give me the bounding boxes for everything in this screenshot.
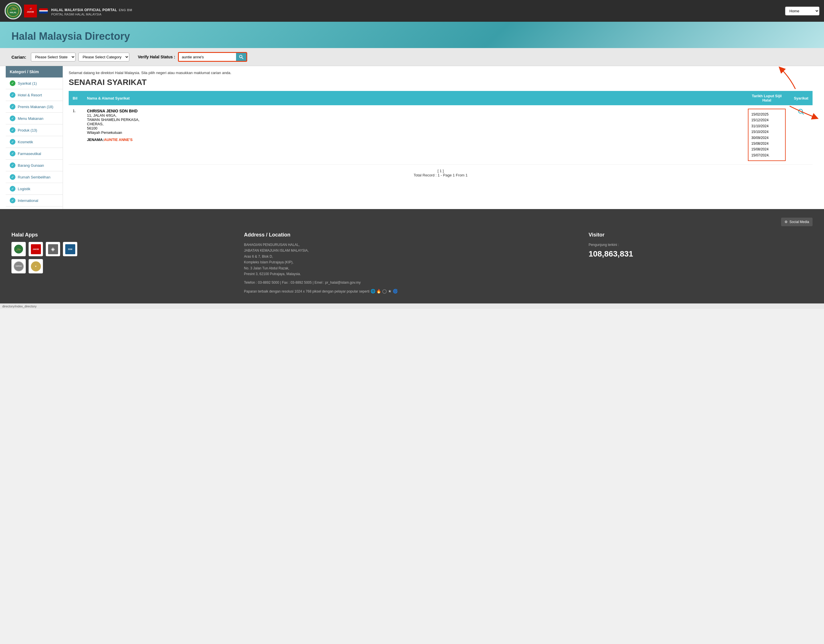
search-label: Carian: (11, 55, 26, 60)
total-record: Total Record : 1 - Page 1 From 1 (73, 173, 809, 177)
footer-visitor-title: Visitor (589, 232, 813, 238)
page-indicator: [ 1 ] (73, 169, 809, 173)
date-1: 15/12/2024 (751, 117, 782, 123)
footer-address-body: BAHAGIAN PENGURUSAN HALAL, JABATAN KEMAJ… (244, 242, 580, 277)
check-icon-teal-4: ✓ (10, 127, 15, 133)
svg-text:JAKIM: JAKIM (27, 11, 34, 13)
header-logos: حلال HALAL 🇲🇾 JAKIM (5, 2, 48, 20)
company-search-button[interactable] (798, 109, 804, 117)
footer-app-logos: حلال JAKIM ◈ SSM (11, 242, 235, 256)
footer-address-title: Address / Location (244, 232, 580, 238)
sidebar-label-barang: Barang Gunaan (18, 163, 44, 167)
brand-label: JENAMA: (87, 138, 104, 142)
category-select[interactable]: Please Select Category (78, 53, 129, 61)
sidebar-item-rumah[interactable]: ✓ Rumah Sembelihan (6, 171, 63, 183)
sidebar-item-syarikat[interactable]: ✓ Syarikat (1) (6, 78, 63, 89)
sidebar-item-premis[interactable]: ✓ Premis Makanan (18) (6, 101, 63, 113)
address-line3: CHERAS, (87, 122, 740, 126)
verify-input[interactable] (179, 53, 236, 61)
sidebar-label-kosmetik: Kosmetik (18, 140, 33, 144)
check-icon-green: ✓ (10, 80, 15, 86)
flag-icons (39, 8, 48, 14)
col-tarikh: Tarikh Luput Sijil Halal (744, 91, 790, 105)
sidebar-item-kosmetik[interactable]: ✓ Kosmetik (6, 136, 63, 148)
sidebar-label-hotel: Hotel & Resort (18, 93, 42, 97)
sidebar-item-produk[interactable]: ✓ Produk (13) (6, 124, 63, 136)
portal-title: HALAL MALAYSIA OFFICIAL PORTAL ENG BM (51, 6, 782, 12)
search-icon (239, 55, 243, 59)
state-select[interactable]: Please Select State (31, 53, 75, 61)
date-7: 15/07/2024. (751, 152, 782, 158)
sidebar-item-menu[interactable]: ✓ Menu Makanan (6, 113, 63, 124)
check-icon-teal-2: ✓ (10, 104, 15, 109)
footer-apps-section: Halal Apps حلال JAKIM ◈ SSM SIRIM (11, 232, 235, 295)
sidebar-header: Kategori / Skim (6, 66, 63, 78)
sidebar-label-premis: Premis Makanan (18) (18, 105, 53, 109)
search-icon (798, 109, 804, 115)
brand-name: AUNTIE ANNE'S (104, 138, 132, 142)
svg-text:🇲🇾: 🇲🇾 (29, 8, 32, 10)
social-media-button[interactable]: ⚙ Social Media (781, 218, 813, 226)
sidebar-item-international[interactable]: ✓ International (6, 195, 63, 207)
svg-text:حلال: حلال (16, 248, 21, 251)
svg-line-12 (802, 113, 804, 114)
app-logo-4: SSM (63, 242, 77, 256)
search-bar: Carian: Please Select State Please Selec… (0, 48, 824, 66)
col-bil: Bil (69, 91, 83, 105)
portal-subtitle: PORTAL RASMI HALAL MALAYSIA (51, 12, 782, 16)
sidebar-label-logistik: Logistik (18, 187, 30, 191)
svg-point-7 (240, 55, 242, 58)
nav-home-select[interactable]: Home (785, 6, 819, 15)
sidebar-item-logistik[interactable]: ✓ Logistik (6, 183, 63, 195)
results-area: Selamat datang ke direktori Halal Malays… (63, 66, 818, 209)
footer: ⚙ Social Media Halal Apps حلال JAKIM ◈ S… (0, 209, 824, 304)
sidebar: Kategori / Skim ✓ Syarikat (1) ✓ Hotel &… (6, 66, 63, 209)
lang-suffix: ENG BM (119, 8, 132, 12)
svg-text:حلال: حلال (10, 6, 17, 11)
app-logo-5: SIRIM (11, 259, 26, 273)
footer-visitor-section: Visitor Pengunjung terkini : 108,863,831 (589, 232, 813, 295)
sidebar-item-barang[interactable]: ✓ Barang Gunaan (6, 159, 63, 171)
row-dates: 15/02/2025 15/12/2024 31/10/2024 15/10/2… (744, 105, 790, 165)
address-line4: 56100 (87, 126, 740, 130)
site-header: حلال HALAL 🇲🇾 JAKIM HALAL MALAYSIA OFFIC… (0, 0, 824, 22)
jakim-logo: 🇲🇾 JAKIM (24, 5, 37, 17)
sidebar-label-produk: Produk (13) (18, 128, 37, 132)
sidebar-label-rumah: Rumah Sembelihan (18, 175, 50, 179)
app-logo-6: ♥ (29, 259, 43, 273)
svg-line-8 (242, 57, 243, 59)
sidebar-label-farmaseutikal: Farmaseutikal (18, 152, 41, 156)
verify-label: Verify Halal Status : (138, 55, 175, 59)
check-icon-teal-6: ✓ (10, 151, 15, 156)
address-line2: TAMAN SHAMELIN PERKASA, (87, 118, 740, 122)
verify-input-wrap (178, 52, 247, 62)
footer-contact: Telefon : 03-8892 5000 | Fax : 03-8892 5… (244, 280, 580, 285)
table-row: 1. CHRISNA JENIO SDN BHD 11, JALAN 4/91A… (69, 105, 813, 165)
col-nama: Nama & Alamat Syarikat (83, 91, 744, 105)
date-6: 15/08/2024 (751, 146, 782, 152)
social-media-label: Social Media (789, 220, 809, 224)
date-4: 30/09/2024 (751, 135, 782, 141)
status-bar: directory/index_directory (0, 304, 824, 309)
svg-text:HALAL: HALAL (10, 11, 17, 14)
row-search-action (790, 105, 813, 165)
hero-section: Halal Malaysia Directory (0, 22, 824, 48)
verify-search-button[interactable] (236, 53, 246, 61)
visitor-count: 108,863,831 (589, 249, 813, 259)
sidebar-item-farmaseutikal[interactable]: ✓ Farmaseutikal (6, 148, 63, 159)
address-line1: 11, JALAN 4/91A, (87, 113, 740, 118)
sidebar-label-syarikat: Syarikat (1) (18, 81, 37, 86)
check-icon-teal-7: ✓ (10, 163, 15, 168)
date-5: 15/08/2024 (751, 141, 782, 146)
pagination: [ 1 ] Total Record : 1 - Page 1 From 1 (69, 165, 813, 181)
footer-apps-title: Halal Apps (11, 232, 235, 238)
address-line5: Wilayah Persekutuan (87, 130, 740, 135)
row-bil: 1. (69, 105, 83, 165)
check-icon-teal-3: ✓ (10, 115, 15, 121)
halal-logo: حلال HALAL (5, 2, 22, 20)
footer-grid: Halal Apps حلال JAKIM ◈ SSM SIRIM (11, 232, 813, 295)
footer-resolution: Paparan terbaik dengan resolusi 1024 x 7… (244, 288, 580, 295)
sidebar-item-hotel[interactable]: ✓ Hotel & Resort (6, 89, 63, 101)
footer-address-section: Address / Location BAHAGIAN PENGURUSAN H… (244, 232, 580, 295)
check-icon-teal-9: ✓ (10, 186, 15, 192)
